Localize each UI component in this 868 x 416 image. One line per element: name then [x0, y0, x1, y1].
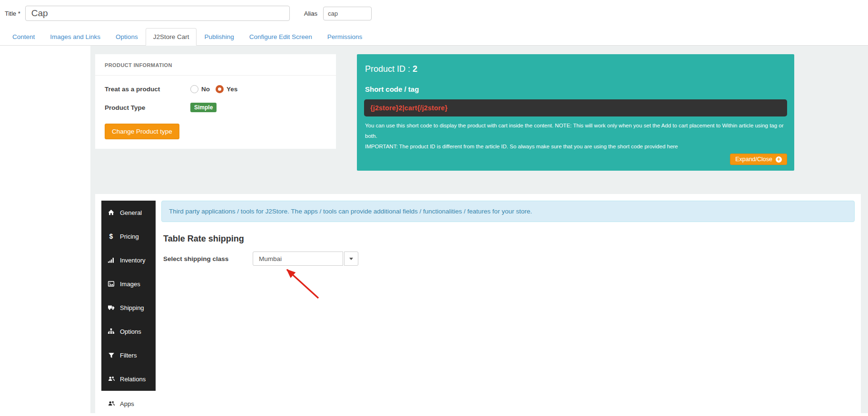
- sidebar-item-apps[interactable]: Apps: [101, 391, 156, 416]
- product-type-badge: Simple: [190, 103, 217, 112]
- alias-input[interactable]: [323, 7, 372, 20]
- change-product-type-button[interactable]: Change Product type: [105, 124, 179, 139]
- tab-j2store-cart[interactable]: J2Store Cart: [146, 28, 197, 46]
- sidebar-item-label: Pricing: [120, 233, 139, 240]
- sidebar-item-label: Images: [120, 281, 140, 288]
- apps-pane-content: Third party applications / tools for J2S…: [156, 201, 855, 266]
- product-id-value: 2: [413, 64, 417, 74]
- truck-icon: [107, 304, 115, 311]
- shortcode-note-line1: You can use this short code to display t…: [365, 120, 787, 141]
- title-bar: Title * Alias: [0, 0, 868, 21]
- expand-close-label: Expand/Close: [735, 156, 772, 163]
- product-information-heading: PRODUCT INFORMATION: [105, 62, 326, 68]
- tab-permissions[interactable]: Permissions: [320, 28, 370, 46]
- sidebar-item-pricing[interactable]: $ Pricing: [101, 224, 156, 248]
- caret-down-icon: [349, 258, 353, 260]
- sidebar-item-label: Options: [120, 328, 141, 335]
- shipping-class-input[interactable]: [253, 252, 343, 266]
- filter-icon: [107, 351, 115, 359]
- product-type-label: Product Type: [105, 104, 190, 111]
- users-icon: [107, 400, 115, 407]
- shipping-class-field: Select shipping class: [161, 252, 855, 266]
- tab-images-and-links[interactable]: Images and Links: [42, 28, 108, 46]
- sidebar-item-label: Filters: [120, 352, 137, 359]
- sidebar-item-inventory[interactable]: Inventory: [101, 248, 156, 272]
- shortcode-box: {j2store}2|cart{/j2store}: [364, 99, 787, 116]
- sidebar-item-label: Relations: [120, 376, 146, 383]
- alias-label: Alias: [304, 10, 317, 17]
- apps-tab-pane: General $ Pricing Inventory: [95, 194, 861, 416]
- bar-chart-icon: [107, 256, 115, 264]
- product-id-label: Product ID :: [365, 64, 410, 74]
- users-icon: [107, 375, 115, 383]
- dollar-icon: $: [107, 232, 115, 240]
- product-information-card: PRODUCT INFORMATION Treat as a product N…: [95, 54, 336, 149]
- product-sidebar-nav: General $ Pricing Inventory: [101, 201, 156, 416]
- radio-yes-label: Yes: [227, 86, 237, 93]
- sidebar-item-shipping[interactable]: Shipping: [101, 296, 156, 319]
- shortcode-panel: Product ID : 2 Short code / tag {j2store…: [357, 54, 794, 171]
- image-icon: [107, 280, 115, 288]
- shortcode-note: You can use this short code to display t…: [364, 120, 787, 152]
- tab-configure-edit-screen[interactable]: Configure Edit Screen: [242, 28, 320, 46]
- sidebar-item-options[interactable]: Options: [101, 319, 156, 343]
- radio-yes[interactable]: [216, 85, 224, 93]
- table-rate-shipping-heading: Table Rate shipping: [163, 234, 855, 244]
- info-alert: Third party applications / tools for J2S…: [161, 201, 855, 222]
- sidebar-item-label: Shipping: [120, 304, 144, 311]
- expand-close-button[interactable]: Expand/Close +: [730, 154, 787, 165]
- treat-as-product-label: Treat as a product: [105, 86, 190, 93]
- tab-options[interactable]: Options: [108, 28, 146, 46]
- tab-publishing[interactable]: Publishing: [197, 28, 241, 46]
- sidebar-item-label: Inventory: [120, 257, 145, 264]
- sidebar-item-label: Apps: [120, 400, 134, 407]
- radio-no-label: No: [201, 86, 210, 93]
- annotation-arrow: [281, 265, 326, 304]
- divider: [95, 75, 336, 76]
- home-icon: [107, 209, 115, 216]
- sidebar-item-relations[interactable]: Relations: [101, 367, 156, 391]
- radio-no[interactable]: [190, 85, 198, 93]
- tab-bar: Content Images and Links Options J2Store…: [0, 28, 868, 46]
- shipping-class-combobox: [253, 252, 358, 266]
- page: Title * Alias Content Images and Links O…: [0, 0, 868, 416]
- sitemap-icon: [107, 328, 115, 335]
- product-id-heading: Product ID : 2: [365, 64, 787, 74]
- sidebar-item-label: General: [120, 209, 142, 216]
- combobox-toggle-button[interactable]: [344, 252, 358, 266]
- treat-as-product-radio-group: No Yes: [190, 85, 243, 93]
- shortcode-note-line2: IMPORTANT: The product ID is different f…: [365, 141, 787, 152]
- shortcode-heading: Short code / tag: [365, 85, 787, 93]
- sidebar-item-general[interactable]: General: [101, 201, 156, 224]
- j2store-panel: PRODUCT INFORMATION Treat as a product N…: [90, 46, 868, 413]
- title-input[interactable]: [25, 6, 290, 21]
- plus-circle-icon: +: [776, 156, 782, 163]
- sidebar-item-filters[interactable]: Filters: [101, 343, 156, 367]
- sidebar-item-images[interactable]: Images: [101, 272, 156, 296]
- title-label: Title *: [5, 10, 20, 17]
- tab-content[interactable]: Content: [5, 28, 42, 46]
- select-shipping-class-label: Select shipping class: [163, 255, 253, 262]
